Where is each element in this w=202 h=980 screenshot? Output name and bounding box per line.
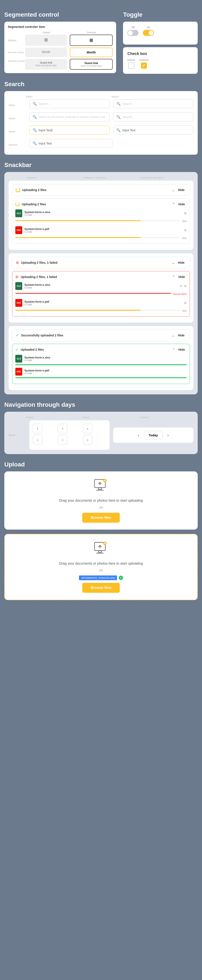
upload-spinner-1 xyxy=(16,188,20,192)
hide-button-3[interactable]: Hide xyxy=(176,260,186,265)
nav-today-btn[interactable]: Today xyxy=(144,431,162,439)
close-icon-1[interactable]: ✕ xyxy=(184,212,187,215)
file-name-2: System-form-x.pdf xyxy=(24,228,184,231)
upload-failed-label: Upload failed xyxy=(173,293,187,295)
search-icon-2: 🔍 xyxy=(116,102,121,106)
snackbar-uploading-collapsed: Uploading 2 files ⌄ Hide xyxy=(12,184,190,196)
file-percent-4: 76% xyxy=(182,310,187,312)
search-icon-1: 🔍 xyxy=(33,102,37,106)
file-size-6: 5.4 MB xyxy=(24,372,187,375)
search-input-2[interactable]: 🔍 Search... xyxy=(113,99,193,108)
chevron-up-icon-2[interactable]: ⌃ xyxy=(172,275,175,279)
seg-month-default[interactable]: Month xyxy=(25,48,67,57)
seg-guest-default[interactable]: Guest link Does not require login xyxy=(25,59,67,70)
hide-button-1[interactable]: Hide xyxy=(176,187,186,192)
snackbar-error-collapsed: ⊗ Uploading 2 files, 1 failed ⌄ Hide xyxy=(12,257,190,269)
close-icon-3[interactable]: ✕ xyxy=(184,284,187,288)
chevron-down-icon-2[interactable]: ⌄ xyxy=(172,261,175,265)
seg-subtitle: Segmented controler item xyxy=(8,25,113,29)
search-input-1[interactable]: 🔍 Search... xyxy=(29,99,110,108)
snackbar-uploading-text-1: Uploading 2 files xyxy=(22,188,46,192)
chevron-up-icon-1[interactable]: ⌃ xyxy=(172,202,175,206)
snackbar-col3: Expanded | Uploading xyxy=(140,176,193,179)
nav-arrow-right-2[interactable]: › xyxy=(58,435,67,445)
browse-files-button-1[interactable]: Browse files xyxy=(82,513,120,523)
search-value-7: Input Text xyxy=(39,142,110,145)
toggle-title: Toggle xyxy=(123,11,198,18)
checkbox-default[interactable] xyxy=(128,62,134,68)
search-icon-7: 🔍 xyxy=(33,141,37,145)
cursor-icon xyxy=(52,129,52,132)
toggle-off-knob xyxy=(128,30,133,35)
nav-arrow-left-2[interactable]: ‹ xyxy=(58,424,67,433)
segmented-control-card: Segmented controler item Default Selecte… xyxy=(4,22,116,73)
pdf-icon-3: PDF xyxy=(15,368,22,375)
seg-row-label-grid: Apptype xyxy=(8,39,25,41)
file-badge-1: reinstatement_measures.png xyxy=(79,576,117,580)
nav-arrow-right-1[interactable]: › xyxy=(33,435,42,445)
file-name-6: System-form-x.pdf xyxy=(24,369,187,372)
search-col-search: Search xyxy=(111,95,193,98)
snackbar-error-text-1: Uploading 2 files, 1 failed xyxy=(21,261,57,264)
search-input-6[interactable]: 🔍 Input Text xyxy=(113,126,193,135)
hide-button-5[interactable]: Hide xyxy=(176,333,186,338)
checkbox-title: Check box xyxy=(127,51,193,56)
nav-arrow-left-3[interactable]: ‹ xyxy=(83,424,92,433)
nav-row-label: Month xyxy=(9,434,26,436)
search-input-3[interactable]: 🔍 Search by job number, postcode or supe… xyxy=(29,113,110,121)
progress-bar-4 xyxy=(15,310,141,311)
checkbox-selected[interactable]: ✓ xyxy=(141,62,147,68)
snackbar-error-text-2: Uploading 2 files, 1 failed xyxy=(21,275,57,278)
close-icon-4[interactable]: ✕ xyxy=(184,301,187,305)
nav-arrow-left-1[interactable]: ‹ xyxy=(33,424,42,433)
search-input-5[interactable]: 🔍 Input Text xyxy=(29,126,110,135)
toggle-on-switch[interactable] xyxy=(143,30,154,36)
search-input-7[interactable]: 🔍 Input Text xyxy=(29,139,113,148)
file-name-3: System-form-x.xlsx xyxy=(24,283,180,286)
file-name-4: System-form-x.pdf xyxy=(24,300,184,303)
hide-button-6[interactable]: Hide xyxy=(177,347,187,352)
search-icon-6: 🔍 xyxy=(116,128,121,132)
search-icon-5: 🔍 xyxy=(33,128,37,132)
snackbar-uploading-text-2: Uploading 2 files xyxy=(22,202,46,206)
search-placeholder-2: Search... xyxy=(122,102,190,106)
seg-row-label-guest: Two lines of text xyxy=(8,59,25,62)
xlsx-icon-3: XLS xyxy=(15,355,22,363)
upload-or-2: OR xyxy=(12,569,190,572)
seg-label-default: Default xyxy=(25,31,68,34)
search-row4-label: Injection xyxy=(9,143,26,146)
checkmark-icon: ✓ xyxy=(142,63,145,68)
chevron-up-icon-3[interactable]: ⌃ xyxy=(172,348,175,352)
search-icon-3: 🔍 xyxy=(33,115,37,119)
pdf-icon-2: PDF xyxy=(15,299,22,307)
nav-prev-btn[interactable]: ‹ xyxy=(134,431,142,439)
file-size-2: 5.4 MB xyxy=(24,231,184,233)
upload-drop-text-2: Drag your documents or photos here to st… xyxy=(12,561,190,566)
add-file-icon[interactable]: + xyxy=(119,576,123,580)
nav-col-forward: Forward xyxy=(140,416,193,418)
toggle-off-switch[interactable] xyxy=(127,30,139,36)
retry-icon-1[interactable]: ↺ xyxy=(180,284,182,288)
progress-bar-1 xyxy=(15,220,141,221)
pdf-icon-1: PDF xyxy=(15,226,22,234)
seg-month-selected[interactable]: Month xyxy=(70,48,113,57)
search-input-4[interactable]: 🔍 Search... xyxy=(113,113,193,121)
upload-monitor-icon xyxy=(92,478,110,493)
seg-guest-selected[interactable]: Guest link Does not require login xyxy=(70,59,113,70)
chevron-down-icon-1[interactable]: ⌄ xyxy=(172,188,175,192)
browse-files-button-2[interactable]: Browse files xyxy=(82,583,120,593)
snackbar-title: Snackbar xyxy=(4,162,198,169)
file-name-1: System-form-x.xlsx xyxy=(24,210,184,214)
search-placeholder-4: Search... xyxy=(122,115,190,119)
chevron-down-icon-3[interactable]: ⌄ xyxy=(172,333,175,337)
hide-button-4[interactable]: Hide xyxy=(177,274,187,280)
hide-button-2[interactable]: Hide xyxy=(177,202,187,207)
snackbar-uploading-expanded: Uploading 2 files ⌃ Hide XLS System-form… xyxy=(12,198,190,244)
nav-next-btn[interactable]: › xyxy=(164,431,172,439)
seg-grid-selected[interactable]: ⊞ xyxy=(70,35,113,46)
close-icon-2[interactable]: ✕ xyxy=(184,228,187,232)
snackbar-success-collapsed: ✓ Successfully uploaded 2 files ⌄ Hide xyxy=(12,329,190,341)
file-row-5: XLS System-form-x.xlsx 5.4 MB xyxy=(15,355,187,363)
seg-grid-default[interactable]: ⊞ xyxy=(25,35,67,46)
nav-arrow-right-3[interactable]: › xyxy=(83,435,92,445)
